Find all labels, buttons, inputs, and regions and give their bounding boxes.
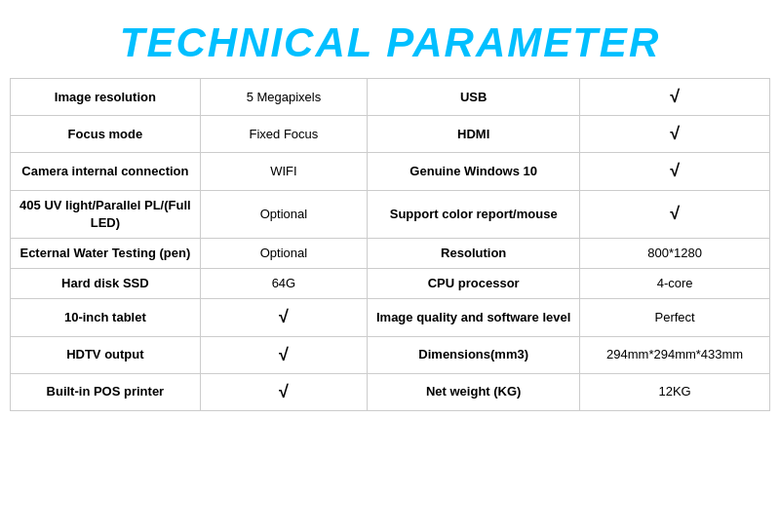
cell-r5-c1: 64G bbox=[200, 269, 367, 299]
cell-r1-c0: Focus mode bbox=[11, 116, 201, 153]
cell-r5-c2: CPU processor bbox=[368, 269, 580, 299]
cell-r6-c3: Perfect bbox=[580, 299, 770, 336]
parameters-table: Image resolution5 MegapixelsUSB√Focus mo… bbox=[10, 78, 770, 411]
cell-r1-c2: HDMI bbox=[368, 116, 580, 153]
cell-r5-c3: 4-core bbox=[580, 269, 770, 299]
cell-r3-c2: Support color report/mouse bbox=[368, 190, 580, 238]
table-row: HDTV output√Dimensions(mm3)294mm*294mm*4… bbox=[11, 336, 770, 373]
table-row: Focus modeFixed FocusHDMI√ bbox=[11, 116, 770, 153]
checkmark-icon: √ bbox=[279, 345, 289, 364]
cell-r0-c1: 5 Megapixels bbox=[200, 79, 367, 116]
cell-r1-c1: Fixed Focus bbox=[200, 116, 367, 153]
cell-r0-c3: √ bbox=[580, 79, 770, 116]
cell-r2-c2: Genuine Windows 10 bbox=[368, 153, 580, 190]
cell-r5-c0: Hard disk SSD bbox=[11, 269, 201, 299]
checkmark-icon: √ bbox=[670, 204, 680, 223]
cell-r4-c1: Optional bbox=[200, 238, 367, 268]
page-title: TECHNICAL PARAMETER bbox=[10, 10, 770, 78]
table-row: 405 UV light/Parallel PL/(Full LED)Optio… bbox=[11, 190, 770, 238]
cell-r0-c0: Image resolution bbox=[11, 79, 201, 116]
table-row: 10-inch tablet√Image quality and softwar… bbox=[11, 299, 770, 336]
cell-r8-c3: 12KG bbox=[580, 373, 770, 410]
cell-r4-c3: 800*1280 bbox=[580, 238, 770, 268]
cell-r7-c2: Dimensions(mm3) bbox=[368, 336, 580, 373]
cell-r3-c0: 405 UV light/Parallel PL/(Full LED) bbox=[11, 190, 201, 238]
cell-r4-c0: Ecternal Water Testing (pen) bbox=[11, 238, 201, 268]
cell-r6-c1: √ bbox=[200, 299, 367, 336]
cell-r4-c2: Resolution bbox=[368, 238, 580, 268]
checkmark-icon: √ bbox=[670, 87, 680, 106]
page: TECHNICAL PARAMETER Image resolution5 Me… bbox=[0, 0, 780, 421]
table-row: Built-in POS printer√Net weight (KG)12KG bbox=[11, 373, 770, 410]
cell-r2-c3: √ bbox=[580, 153, 770, 190]
cell-r8-c1: √ bbox=[200, 373, 367, 410]
checkmark-icon: √ bbox=[279, 307, 289, 326]
cell-r1-c3: √ bbox=[580, 116, 770, 153]
cell-r0-c2: USB bbox=[368, 79, 580, 116]
checkmark-icon: √ bbox=[670, 161, 680, 180]
cell-r7-c3: 294mm*294mm*433mm bbox=[580, 336, 770, 373]
cell-r3-c1: Optional bbox=[200, 190, 367, 238]
cell-r8-c0: Built-in POS printer bbox=[11, 373, 201, 410]
checkmark-icon: √ bbox=[279, 382, 289, 401]
checkmark-icon: √ bbox=[670, 124, 680, 143]
table-row: Ecternal Water Testing (pen)OptionalReso… bbox=[11, 238, 770, 268]
cell-r7-c1: √ bbox=[200, 336, 367, 373]
table-row: Hard disk SSD64GCPU processor4-core bbox=[11, 269, 770, 299]
cell-r2-c0: Camera internal connection bbox=[11, 153, 201, 190]
cell-r3-c3: √ bbox=[580, 190, 770, 238]
cell-r2-c1: WIFI bbox=[200, 153, 367, 190]
cell-r8-c2: Net weight (KG) bbox=[368, 373, 580, 410]
cell-r6-c0: 10-inch tablet bbox=[11, 299, 201, 336]
cell-r6-c2: Image quality and software level bbox=[368, 299, 580, 336]
table-row: Image resolution5 MegapixelsUSB√ bbox=[11, 79, 770, 116]
cell-r7-c0: HDTV output bbox=[11, 336, 201, 373]
table-row: Camera internal connectionWIFIGenuine Wi… bbox=[11, 153, 770, 190]
